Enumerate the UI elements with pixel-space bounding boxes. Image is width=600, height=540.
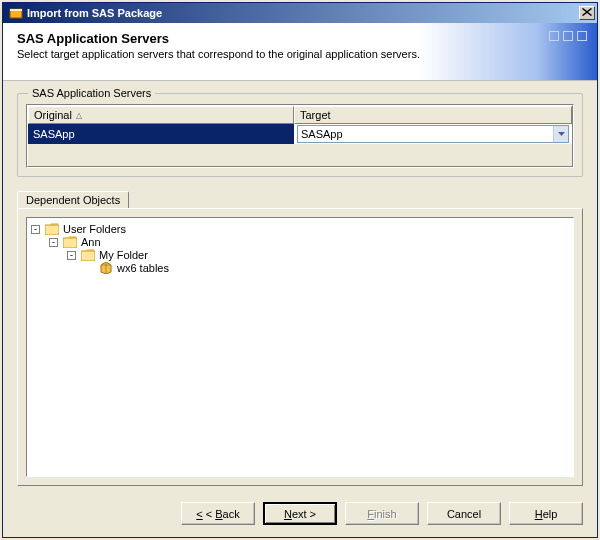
help-button[interactable]: Help xyxy=(509,502,583,525)
column-header-original[interactable]: Original △ xyxy=(28,106,294,124)
chevron-down-icon xyxy=(558,132,565,136)
dropdown-button[interactable] xyxy=(553,126,568,142)
servers-fieldset: SAS Application Servers Original △ Targe… xyxy=(17,93,583,177)
package-icon xyxy=(99,262,113,274)
servers-table: Original △ Target SASApp SA xyxy=(26,104,574,168)
tab-dependent-objects[interactable]: Dependent Objects xyxy=(17,191,129,208)
target-cell: SASApp xyxy=(294,124,572,144)
collapse-icon[interactable]: - xyxy=(31,225,40,234)
tree-node-ann[interactable]: - Ann - xyxy=(49,235,571,277)
servers-legend: SAS Application Servers xyxy=(28,87,155,99)
finish-button: Finish xyxy=(345,502,419,525)
tree-view[interactable]: - User Folders - Ann xyxy=(26,217,574,477)
tree-node-wx6-tables[interactable]: wx6 tables xyxy=(85,261,571,275)
content-area: SAS Application Servers Original △ Targe… xyxy=(3,81,597,492)
svg-rect-3 xyxy=(63,238,77,248)
table-row[interactable]: SASApp SASApp xyxy=(28,124,572,144)
wizard-banner: SAS Application Servers Select target ap… xyxy=(3,23,597,81)
page-subtitle: Select target application servers that c… xyxy=(17,48,583,60)
back-button[interactable]: < < Back< Back xyxy=(181,502,255,525)
window-title: Import from SAS Package xyxy=(27,7,579,19)
wizard-buttons: < < Back< Back Next > Finish Cancel Help xyxy=(3,492,597,537)
folder-icon xyxy=(45,223,59,235)
dialog-window: Import from SAS Package SAS Application … xyxy=(2,2,598,538)
collapse-icon[interactable]: - xyxy=(49,238,58,247)
app-icon xyxy=(9,6,23,20)
sort-ascending-icon: △ xyxy=(76,111,82,120)
svg-rect-2 xyxy=(45,225,59,235)
cancel-button[interactable]: Cancel xyxy=(427,502,501,525)
tree-node-my-folder[interactable]: - My Folder xyxy=(67,248,571,276)
banner-decoration xyxy=(549,31,587,41)
close-icon xyxy=(582,8,592,16)
tree-node-user-folders[interactable]: - User Folders - Ann xyxy=(31,222,571,278)
next-button[interactable]: Next > xyxy=(263,502,337,525)
target-select[interactable]: SASApp xyxy=(297,125,569,143)
folder-icon xyxy=(63,236,77,248)
original-cell: SASApp xyxy=(28,124,294,144)
folder-icon xyxy=(81,249,95,261)
table-header-row: Original △ Target xyxy=(28,106,572,124)
title-bar[interactable]: Import from SAS Package xyxy=(3,3,597,23)
svg-rect-4 xyxy=(81,251,95,261)
leaf-spacer xyxy=(85,264,94,273)
svg-rect-1 xyxy=(10,9,22,11)
page-title: SAS Application Servers xyxy=(17,31,583,46)
close-button[interactable] xyxy=(579,6,595,20)
column-header-target[interactable]: Target xyxy=(294,106,572,124)
collapse-icon[interactable]: - xyxy=(67,251,76,260)
tab-panel: - User Folders - Ann xyxy=(17,208,583,486)
dependent-objects-section: Dependent Objects - User Folders xyxy=(17,191,583,486)
